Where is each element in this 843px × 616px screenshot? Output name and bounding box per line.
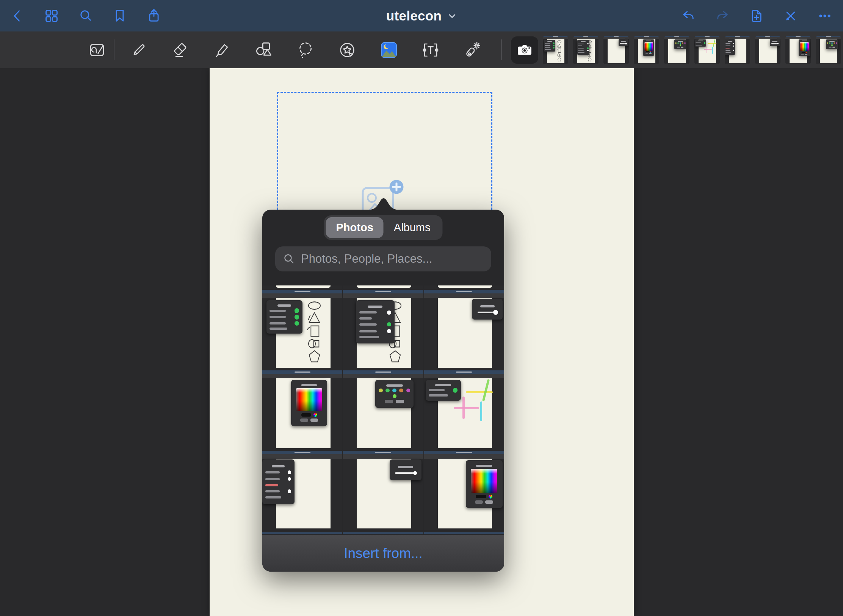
add-page-button[interactable] bbox=[748, 8, 765, 24]
photo-search-input[interactable] bbox=[300, 252, 484, 266]
stickers-tool[interactable] bbox=[337, 39, 358, 61]
mini-menu-panel bbox=[725, 39, 735, 55]
mini-menu-panel bbox=[466, 460, 503, 508]
mini-color-dot bbox=[680, 44, 681, 45]
more-options-button[interactable] bbox=[816, 8, 833, 24]
mini-color-presets bbox=[827, 42, 837, 44]
mini-menu-text bbox=[545, 49, 551, 50]
laser-pointer-tool[interactable] bbox=[462, 39, 483, 61]
page-top-edge[interactable] bbox=[343, 531, 423, 535]
mini-navbar-edge bbox=[343, 532, 423, 534]
page-thumbnail-highlighter-menu-strokes[interactable] bbox=[694, 36, 720, 64]
mini-color-dot bbox=[684, 42, 685, 44]
share-button[interactable] bbox=[146, 8, 162, 24]
back-button[interactable] bbox=[9, 8, 26, 24]
thumbnails-grid-button[interactable] bbox=[43, 8, 60, 24]
mini-toggle bbox=[553, 47, 555, 49]
toolbar-divider bbox=[501, 39, 502, 60]
page-thumbnail-eraser-menu[interactable] bbox=[725, 36, 750, 64]
page-top-edge[interactable] bbox=[424, 531, 504, 535]
mini-menu-panel bbox=[619, 39, 628, 46]
image-tool-icon bbox=[380, 41, 398, 59]
mini-highlighter-stroke bbox=[712, 47, 713, 54]
mini-button bbox=[310, 419, 318, 422]
highlighter-tool[interactable] bbox=[212, 39, 233, 61]
page-thumbnail-pen-thickness-popover[interactable] bbox=[755, 36, 780, 64]
page-bottom-edge[interactable] bbox=[424, 285, 504, 289]
mini-menu-text bbox=[429, 394, 448, 397]
mini-highlighter-stroke bbox=[704, 49, 712, 50]
page-thumbnail-pen-color-spectrum[interactable] bbox=[785, 36, 811, 64]
page-thumbnail-lasso-tool-menu-shapes[interactable] bbox=[543, 36, 568, 64]
page-thumbnail-shape-tool-menu-shapes[interactable] bbox=[573, 36, 599, 64]
mini-menu-row bbox=[578, 47, 589, 49]
shapes-tool[interactable] bbox=[253, 39, 274, 61]
insert-from-button[interactable]: Insert from... bbox=[262, 535, 504, 572]
camera-button[interactable] bbox=[511, 36, 538, 64]
mini-navbar bbox=[262, 370, 342, 374]
mini-menu-title bbox=[678, 41, 683, 42]
navbar-right-group bbox=[680, 0, 833, 31]
mini-menu-title bbox=[581, 41, 586, 42]
page-thumbnail-highlighter-thickness-popover[interactable] bbox=[603, 36, 629, 64]
mini-color-spectrum bbox=[800, 42, 809, 51]
photo-thumbnail-highlighter-thickness-popover[interactable] bbox=[424, 290, 504, 370]
photo-thumbnail-eraser-menu[interactable] bbox=[262, 451, 342, 530]
photo-thumbnail-shape-tool-menu-shapes[interactable] bbox=[343, 290, 423, 370]
mini-menu-text bbox=[725, 48, 730, 49]
search-button[interactable] bbox=[77, 8, 94, 24]
document-title-button[interactable]: utelecon bbox=[384, 0, 459, 31]
page-thumbnail-highlighter-color-presets[interactable] bbox=[816, 36, 841, 64]
mini-menu-title bbox=[547, 41, 552, 42]
image-tool[interactable] bbox=[378, 39, 400, 61]
mini-menu-title bbox=[646, 41, 651, 41]
bookmark-button[interactable] bbox=[111, 8, 128, 24]
page-thumbnail-highlighter-color-spectrum[interactable] bbox=[634, 36, 659, 64]
mini-toggle bbox=[553, 42, 555, 44]
mini-menu-row bbox=[359, 310, 392, 315]
photo-thumbnail-pen-color-spectrum[interactable] bbox=[424, 451, 504, 530]
search-icon bbox=[78, 8, 93, 24]
pen-tool[interactable] bbox=[128, 39, 149, 61]
mini-menu-text bbox=[265, 478, 279, 480]
mini-color-dot bbox=[385, 389, 389, 392]
mini-hex-field bbox=[476, 495, 486, 498]
redo-button[interactable] bbox=[714, 8, 731, 24]
photo-thumbnail-highlighter-color-spectrum[interactable] bbox=[262, 370, 342, 450]
photo-thumbnail-pen-thickness-popover[interactable] bbox=[343, 451, 423, 530]
photo-thumbnail-highlighter-color-presets[interactable] bbox=[343, 370, 423, 450]
mini-button bbox=[396, 400, 404, 403]
mini-toggle bbox=[387, 329, 391, 333]
mini-button bbox=[649, 53, 652, 54]
mini-menu-title bbox=[368, 306, 382, 308]
mini-toggle bbox=[387, 322, 391, 326]
page-thumbnail-highlighter-color-presets[interactable] bbox=[664, 36, 689, 64]
tab-photos[interactable]: Photos bbox=[326, 217, 384, 238]
mini-page-bottom bbox=[357, 285, 411, 288]
mini-hex-field bbox=[646, 51, 649, 52]
mini-menu-text bbox=[578, 45, 582, 46]
eraser-tool[interactable] bbox=[170, 39, 191, 61]
mini-menu-row bbox=[725, 43, 734, 44]
mini-menu-title bbox=[272, 465, 285, 467]
mini-toolbar bbox=[424, 374, 504, 378]
photo-thumbnail-lasso-tool-menu-shapes[interactable] bbox=[262, 290, 342, 370]
page-top-edge[interactable] bbox=[262, 531, 342, 535]
mini-menu-panel bbox=[356, 300, 394, 343]
mini-menu-panel bbox=[472, 299, 502, 320]
lasso-tool[interactable] bbox=[295, 39, 316, 61]
text-tool[interactable] bbox=[420, 39, 441, 61]
pencil-cross-icon bbox=[783, 8, 798, 24]
page-bottom-edge[interactable] bbox=[343, 285, 423, 289]
undo-button[interactable] bbox=[680, 8, 697, 24]
photo-thumbnail-highlighter-menu-strokes[interactable] bbox=[424, 370, 504, 450]
edit-mode-toggle-button[interactable] bbox=[782, 8, 799, 24]
mini-menu-text bbox=[265, 471, 279, 473]
mini-highlighter-stroke bbox=[708, 43, 716, 44]
mini-button bbox=[475, 500, 483, 504]
page-bottom-edge[interactable] bbox=[262, 285, 342, 289]
tab-albums[interactable]: Albums bbox=[384, 217, 441, 238]
mini-hex-row bbox=[644, 51, 653, 52]
scribble-to-text-tool[interactable] bbox=[86, 39, 108, 61]
mini-button-row bbox=[378, 400, 411, 403]
